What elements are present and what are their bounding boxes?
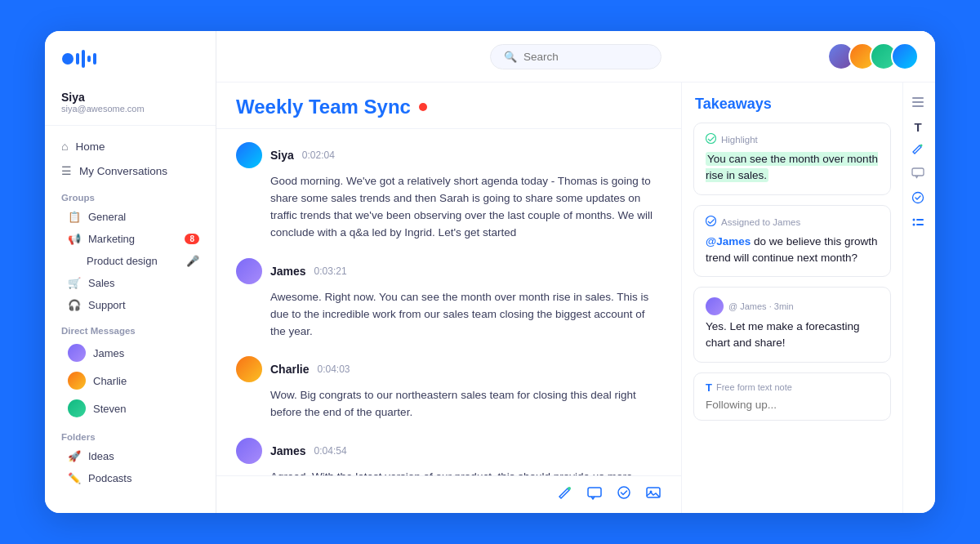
james-msg-avatar-1 [236, 258, 262, 284]
freeform-label-text: Free form text note [716, 382, 792, 392]
svg-point-20 [913, 224, 915, 226]
participant-avatar-4 [891, 42, 919, 70]
highlight-label-text: Highlight [721, 135, 758, 145]
assignee-text: @James [706, 235, 751, 247]
svg-rect-21 [916, 224, 924, 225]
marketing-badge: 8 [185, 234, 199, 244]
side-bullets-icon[interactable] [911, 216, 924, 232]
support-label: Support [88, 299, 126, 311]
message-header-charlie: Charlie 0:04:03 [236, 356, 662, 382]
highlight-tool-icon[interactable] [557, 484, 573, 505]
general-label: General [88, 211, 126, 223]
sidebar-item-ideas[interactable]: 🚀 Ideas [45, 445, 216, 467]
message-group-james-2: James 0:04:54 Agreed. With the latest ve… [236, 438, 662, 475]
sidebar-item-charlie[interactable]: Charlie [45, 367, 216, 395]
freeform-card[interactable]: T Free form text note [693, 372, 891, 421]
sidebar-item-product-design[interactable]: Product design 🎤 [45, 250, 216, 272]
svg-rect-1 [76, 53, 79, 65]
takeaway-assign-label: Assigned to James [706, 216, 879, 229]
reply-avatar [706, 297, 724, 315]
takeaways-body: Highlight You can see the month over mon… [682, 123, 902, 513]
chat-panel: Weekly Team Sync Siya 0:02:04 Good morni… [216, 82, 682, 513]
reply-meta: @ James · 3min [706, 297, 879, 315]
svg-point-11 [706, 216, 716, 225]
sidebar-item-home[interactable]: ⌂ Home [45, 134, 216, 158]
siya-msg-text: Good morning. We've got a relatively sho… [236, 173, 662, 242]
sales-icon: 🛒 [68, 277, 81, 289]
username: Siya [61, 91, 199, 104]
user-profile[interactable]: Siya siya@awesome.com [45, 84, 216, 126]
svg-rect-12 [912, 97, 924, 99]
james-msg-name-2: James [270, 444, 306, 457]
side-comment-icon[interactable] [911, 167, 924, 183]
ideas-icon: 🚀 [68, 450, 81, 462]
james-msg-name-1: James [270, 265, 306, 278]
svg-point-10 [706, 134, 716, 144]
takeaway-card-assign: Assigned to James @James do we believe t… [693, 205, 891, 278]
sidebar-item-general[interactable]: 📋 General [45, 206, 216, 228]
home-label: Home [75, 140, 105, 153]
sidebar-item-marketing[interactable]: 📢 Marketing 8 [45, 228, 216, 250]
side-text-icon[interactable]: T [914, 120, 921, 134]
james-msg-time-2: 0:04:54 [314, 445, 347, 457]
svg-point-5 [568, 487, 571, 490]
sidebar-item-james[interactable]: James [45, 339, 216, 367]
search-bar[interactable]: 🔍 [490, 44, 662, 69]
side-check-icon[interactable] [911, 191, 924, 207]
message-header-james-1: James 0:03:21 [236, 258, 662, 284]
main-content: 🔍 Weekly Team Sync [216, 31, 935, 513]
james-msg-text-2: Agreed. With the latest version of our p… [236, 469, 662, 475]
image-tool-icon[interactable] [645, 484, 662, 505]
sidebar-item-my-conversations[interactable]: ☰ My Conversations [45, 158, 216, 183]
side-highlight-icon[interactable] [911, 142, 924, 158]
svg-point-7 [618, 487, 630, 498]
app-window: Siya siya@awesome.com ⌂ Home ☰ My Conver… [45, 31, 935, 513]
steven-label: Steven [93, 403, 126, 415]
dm-section-label: Direct Messages [45, 316, 216, 339]
charlie-msg-text: Wow. Big congrats to our northeastern sa… [236, 387, 662, 421]
reply-text: Yes. Let me make a forecasting chart and… [706, 319, 879, 352]
comment-tool-icon[interactable] [586, 484, 603, 505]
james-label: James [93, 347, 124, 359]
svg-rect-16 [912, 168, 924, 176]
message-header-james-2: James 0:04:54 [236, 438, 662, 464]
reply-meta-text: @ James · 3min [728, 301, 794, 311]
james-msg-text-1: Awesome. Right now. You can see the mont… [236, 289, 662, 341]
groups-section-label: Groups [45, 183, 216, 206]
sidebar-item-support[interactable]: 🎧 Support [45, 294, 216, 316]
svg-rect-6 [588, 488, 601, 497]
side-list-icon[interactable] [911, 96, 924, 112]
svg-rect-19 [916, 219, 924, 221]
my-conversations-label: My Conversations [79, 165, 167, 177]
ideas-label: Ideas [88, 450, 114, 462]
user-email: siya@awesome.com [61, 104, 199, 114]
takeaway-highlight-label: Highlight [706, 133, 879, 146]
message-header-siya: Siya 0:02:04 [236, 142, 662, 168]
takeaways-side-icons: T [902, 82, 933, 513]
sidebar-navigation: ⌂ Home ☰ My Conversations Groups 📋 Gener… [45, 126, 216, 513]
sidebar-item-steven[interactable]: Steven [45, 395, 216, 422]
sidebar-item-sales[interactable]: 🛒 Sales [45, 272, 216, 294]
charlie-msg-name: Charlie [270, 363, 309, 376]
assign-label-icon [706, 216, 716, 229]
assign-label-text: Assigned to James [721, 217, 800, 227]
james-msg-time-1: 0:03:21 [314, 265, 347, 277]
chat-toolbar [216, 475, 681, 513]
freeform-label-icon: T [706, 381, 712, 394]
sidebar-item-podcasts[interactable]: ✏️ Podcasts [45, 467, 216, 489]
podcasts-label: Podcasts [88, 472, 131, 484]
svg-point-17 [913, 193, 924, 203]
home-icon: ⌂ [61, 140, 68, 153]
check-tool-icon[interactable] [616, 484, 632, 505]
highlight-label-icon [706, 133, 716, 146]
takeaway-highlight-text: You can see the month over month rise in… [706, 151, 879, 185]
topbar: 🔍 [216, 31, 935, 82]
product-design-label: Product design [87, 255, 158, 267]
search-input[interactable] [523, 51, 648, 63]
freeform-input[interactable] [706, 399, 879, 411]
charlie-msg-time: 0:04:03 [317, 363, 350, 375]
svg-point-0 [62, 53, 74, 65]
james-msg-avatar-2 [236, 438, 262, 464]
sidebar: Siya siya@awesome.com ⌂ Home ☰ My Conver… [45, 31, 216, 513]
podcasts-icon: ✏️ [68, 472, 81, 484]
